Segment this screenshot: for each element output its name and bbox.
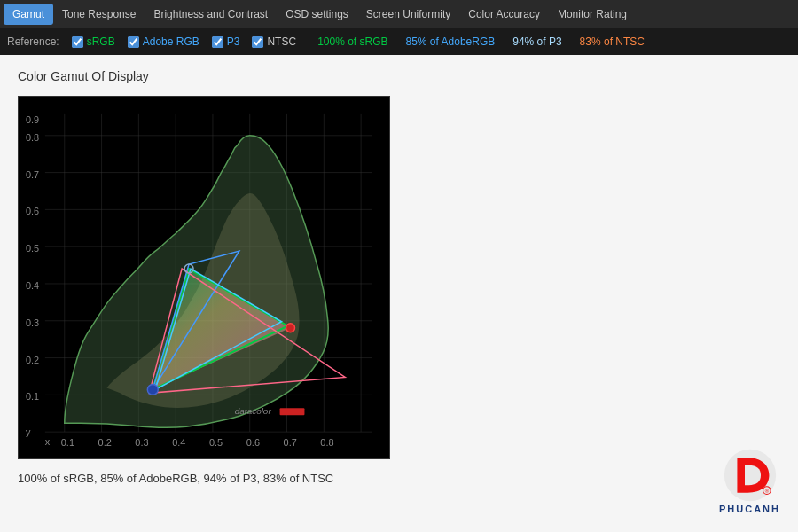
ref-srgb[interactable]: sRGB bbox=[72, 35, 115, 48]
svg-point-45 bbox=[286, 324, 295, 332]
svg-text:0.6: 0.6 bbox=[246, 437, 260, 448]
reference-label: Reference: bbox=[7, 35, 59, 48]
ref-p3-checkbox[interactable] bbox=[212, 36, 223, 48]
summary-text: 100% of sRGB, 85% of AdobeRGB, 94% of P3… bbox=[18, 472, 780, 485]
ref-srgb-label: sRGB bbox=[87, 35, 115, 48]
svg-text:x: x bbox=[45, 436, 51, 447]
svg-text:0.9: 0.9 bbox=[26, 114, 39, 125]
main-content: Color Gamut Of Display bbox=[0, 55, 798, 532]
svg-point-44 bbox=[147, 384, 158, 395]
ref-adobe-checkbox[interactable] bbox=[128, 36, 139, 48]
svg-text:0.5: 0.5 bbox=[209, 437, 223, 448]
coverage-adobe: 85% of AdobeRGB bbox=[406, 35, 496, 48]
svg-text:0.2: 0.2 bbox=[26, 355, 39, 365]
ref-ntsc-label: NTSC bbox=[267, 35, 296, 48]
svg-text:0.7: 0.7 bbox=[284, 437, 297, 448]
svg-text:0.8: 0.8 bbox=[320, 437, 333, 448]
svg-text:0.1: 0.1 bbox=[61, 437, 74, 448]
svg-text:0.3: 0.3 bbox=[135, 437, 148, 448]
tab-monitor-rating[interactable]: Monitor Rating bbox=[549, 4, 636, 25]
tab-brightness-contrast[interactable]: Brightness and Contrast bbox=[145, 4, 277, 25]
svg-text:0.2: 0.2 bbox=[98, 437, 112, 448]
ref-p3[interactable]: P3 bbox=[212, 35, 240, 48]
coverage-srgb: 100% of sRGB bbox=[317, 35, 387, 48]
tab-tone-response[interactable]: Tone Response bbox=[53, 4, 145, 25]
svg-text:0.6: 0.6 bbox=[26, 206, 39, 216]
gamut-chart: x y 0.1 0.2 0.3 0.4 0.5 0.6 0.7 0.8 0.1 … bbox=[18, 96, 390, 459]
ref-ntsc[interactable]: NTSC bbox=[252, 35, 296, 48]
svg-text:0.3: 0.3 bbox=[26, 317, 39, 328]
phucanh-logo: ® PHUCANH bbox=[719, 449, 780, 514]
svg-text:datacolor: datacolor bbox=[235, 406, 272, 416]
svg-text:0.1: 0.1 bbox=[26, 391, 39, 402]
ref-adobe[interactable]: Adobe RGB bbox=[128, 35, 200, 48]
ref-adobe-label: Adobe RGB bbox=[143, 35, 200, 48]
reference-bar: Reference: sRGB Adobe RGB P3 NTSC 100% o… bbox=[0, 28, 798, 55]
navbar: Gamut Tone Response Brightness and Contr… bbox=[0, 0, 798, 28]
svg-text:0.5: 0.5 bbox=[26, 243, 39, 254]
svg-rect-47 bbox=[280, 408, 305, 415]
tab-gamut[interactable]: Gamut bbox=[4, 4, 53, 25]
svg-text:0.7: 0.7 bbox=[26, 169, 39, 180]
svg-text:0.8: 0.8 bbox=[26, 132, 39, 143]
ref-ntsc-checkbox[interactable] bbox=[252, 36, 263, 48]
chart-title: Color Gamut Of Display bbox=[18, 69, 780, 83]
svg-text:y: y bbox=[26, 426, 31, 437]
logo-text: PHUCANH bbox=[719, 504, 780, 514]
tab-osd-settings[interactable]: OSD settings bbox=[277, 4, 357, 25]
tab-color-accuracy[interactable]: Color Accuracy bbox=[459, 4, 549, 25]
coverage-ntsc: 83% of NTSC bbox=[580, 35, 645, 48]
coverage-items: 100% of sRGB 85% of AdobeRGB 94% of P3 8… bbox=[317, 35, 645, 48]
svg-text:®: ® bbox=[764, 489, 769, 494]
svg-text:0.4: 0.4 bbox=[26, 280, 39, 291]
ref-p3-label: P3 bbox=[227, 35, 240, 48]
ref-srgb-checkbox[interactable] bbox=[72, 36, 83, 48]
svg-text:0.4: 0.4 bbox=[172, 437, 185, 448]
coverage-p3: 94% of P3 bbox=[512, 35, 561, 48]
tab-screen-uniformity[interactable]: Screen Uniformity bbox=[357, 4, 459, 25]
